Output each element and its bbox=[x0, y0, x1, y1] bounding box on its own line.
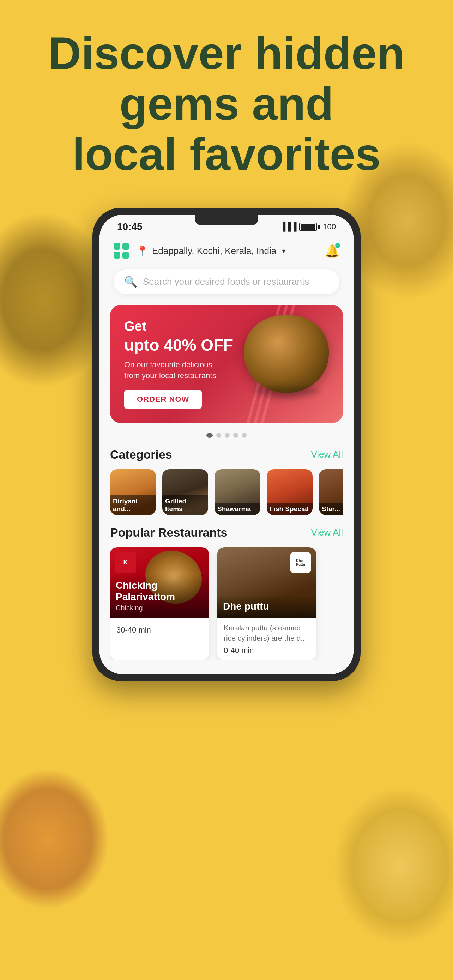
grid-cell-4 bbox=[122, 252, 129, 259]
app-header: 📍 Edappally, Kochi, Kerala, India ▾ 🔔 bbox=[100, 236, 353, 266]
banner-food-image bbox=[237, 308, 336, 400]
category-label-starters: Star... bbox=[319, 503, 343, 515]
category-item-biriyani[interactable]: Biriyani and... bbox=[110, 469, 156, 515]
dot-5[interactable] bbox=[242, 433, 246, 438]
search-section: 🔍 Search your desired foods or restauran… bbox=[100, 266, 353, 301]
category-item-grilled[interactable]: Grilled Items bbox=[162, 469, 208, 515]
banner-get-text: Get bbox=[124, 319, 233, 334]
categories-title: Categories bbox=[110, 448, 172, 461]
status-time: 10:45 bbox=[117, 221, 143, 232]
category-label-fish: Fish Special bbox=[267, 503, 313, 515]
categories-row: Biriyani and... Grilled Items Shawarma bbox=[110, 469, 343, 515]
phone-frame: 10:45 ▐▐▐ 100 bbox=[92, 208, 361, 681]
hero-title-line3: local favorites bbox=[72, 129, 381, 180]
banner-text: Get upto 40% OFF On our favourite delici… bbox=[124, 319, 233, 409]
dot-3[interactable] bbox=[225, 433, 230, 438]
restaurants-header: Popular Restaurants View All bbox=[110, 526, 343, 539]
restaurant-image-puttu: DhePuttu Dhe puttu bbox=[217, 547, 316, 618]
category-label-shawarma: Shawarma bbox=[215, 503, 261, 515]
dot-4[interactable] bbox=[233, 433, 238, 438]
category-image-grilled: Grilled Items bbox=[162, 469, 208, 515]
search-placeholder: Search your desired foods or restaurants bbox=[143, 276, 309, 287]
chicking-logo: K bbox=[115, 552, 136, 573]
signal-icon: ▐▐▐ bbox=[280, 222, 297, 231]
restaurant-card-chicking[interactable]: K Chicking Palarivattom Chicking 30-40 m… bbox=[110, 547, 209, 660]
category-image-biriyani: Biriyani and... bbox=[110, 469, 156, 515]
grid-icon[interactable] bbox=[114, 243, 129, 259]
banner-sub-text: On our favourite delicious from your loc… bbox=[124, 360, 233, 381]
chevron-down-icon: ▾ bbox=[282, 247, 285, 255]
categories-section: Categories View All Biriyani and... Gril… bbox=[100, 444, 353, 522]
puttu-desc: Keralan puttu (steamed rice cylinders) a… bbox=[224, 623, 310, 643]
hero-title-line2: gems and bbox=[119, 78, 334, 129]
category-image-fish: Fish Special bbox=[267, 469, 313, 515]
notification-dot bbox=[335, 243, 340, 248]
battery-label: 100 bbox=[323, 222, 336, 231]
food-bowl-graphic bbox=[244, 315, 329, 393]
chicking-time: 30-40 min bbox=[116, 625, 202, 635]
grid-cell-1 bbox=[114, 243, 120, 250]
grid-cell-3 bbox=[114, 252, 120, 259]
chicking-info: 30-40 min bbox=[110, 618, 209, 640]
battery-icon bbox=[299, 223, 320, 231]
category-label-grilled: Grilled Items bbox=[162, 495, 208, 515]
restaurants-row: K Chicking Palarivattom Chicking 30-40 m… bbox=[110, 547, 343, 660]
status-icons: ▐▐▐ 100 bbox=[280, 222, 336, 231]
puttu-logo: DhePuttu bbox=[290, 552, 311, 573]
grid-cell-2 bbox=[122, 243, 129, 250]
banner-section: Get upto 40% OFF On our favourite delici… bbox=[100, 301, 353, 426]
chicking-brand: Chicking bbox=[116, 604, 203, 612]
category-item-shawarma[interactable]: Shawarma bbox=[215, 469, 261, 515]
location-pin-icon: 📍 bbox=[136, 245, 149, 257]
search-bar[interactable]: 🔍 Search your desired foods or restauran… bbox=[114, 269, 339, 294]
category-image-starters: Star... bbox=[319, 469, 343, 515]
puttu-overlay: Dhe puttu bbox=[217, 595, 316, 618]
chicking-overlay: Chicking Palarivattom Chicking bbox=[110, 574, 209, 618]
hero-title-line1: Discover hidden bbox=[48, 27, 405, 79]
location-area[interactable]: 📍 Edappally, Kochi, Kerala, India ▾ bbox=[136, 245, 324, 257]
category-image-shawarma: Shawarma bbox=[215, 469, 261, 515]
chicking-name: Chicking Palarivattom bbox=[116, 580, 203, 603]
phone-mockup: 10:45 ▐▐▐ 100 bbox=[0, 208, 453, 681]
restaurants-title: Popular Restaurants bbox=[110, 526, 227, 539]
dot-2[interactable] bbox=[216, 433, 221, 438]
phone-screen: 10:45 ▐▐▐ 100 bbox=[100, 215, 353, 674]
search-icon: 🔍 bbox=[124, 275, 137, 288]
restaurant-card-puttu[interactable]: DhePuttu Dhe puttu Keralan puttu (steame… bbox=[217, 547, 316, 660]
order-now-button[interactable]: ORDER NOW bbox=[124, 390, 202, 409]
puttu-time: 0-40 min bbox=[224, 646, 310, 655]
notification-bell[interactable]: 🔔 bbox=[324, 244, 339, 258]
location-text: Edappally, Kochi, Kerala, India bbox=[152, 245, 276, 256]
categories-header: Categories View All bbox=[110, 448, 343, 461]
restaurants-view-all[interactable]: View All bbox=[311, 527, 343, 538]
category-item-fish[interactable]: Fish Special bbox=[267, 469, 313, 515]
puttu-name: Dhe puttu bbox=[223, 601, 310, 612]
banner-off-text: upto 40% OFF bbox=[124, 336, 233, 355]
dot-1[interactable] bbox=[207, 433, 213, 438]
hero-section: Discover hidden gems and local favorites bbox=[0, 0, 453, 201]
hero-title: Discover hidden gems and local favorites bbox=[21, 28, 432, 180]
restaurants-section: Popular Restaurants View All K Chicking … bbox=[100, 522, 353, 675]
category-item-starters[interactable]: Star... bbox=[319, 469, 343, 515]
category-label-biriyani: Biriyani and... bbox=[110, 495, 156, 515]
promo-banner: Get upto 40% OFF On our favourite delici… bbox=[110, 305, 343, 423]
puttu-info: Keralan puttu (steamed rice cylinders) a… bbox=[217, 618, 316, 660]
restaurant-image-chicking: K Chicking Palarivattom Chicking bbox=[110, 547, 209, 618]
categories-view-all[interactable]: View All bbox=[311, 449, 343, 460]
phone-notch bbox=[195, 215, 258, 226]
banner-dots bbox=[100, 426, 353, 444]
